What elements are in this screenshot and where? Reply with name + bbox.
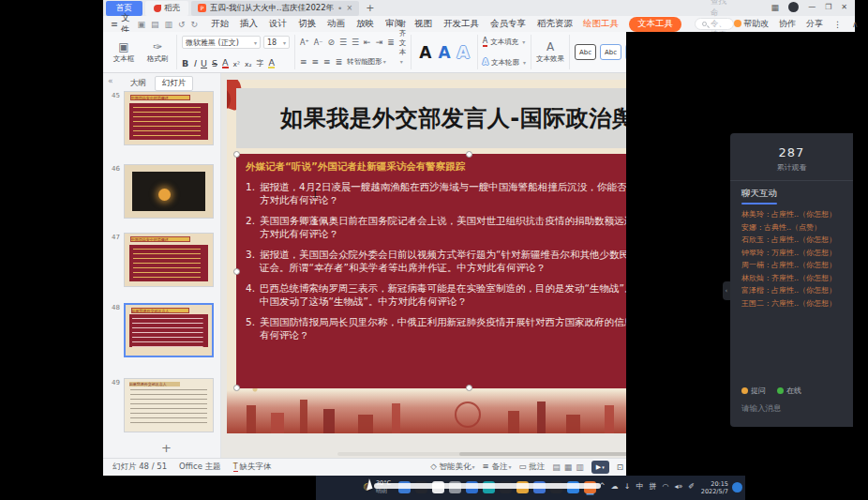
qat-icon-0[interactable]: ▣	[137, 20, 145, 29]
tray-icon-6[interactable]: ◂»	[674, 482, 682, 491]
close-button[interactable]: ✕	[841, 3, 847, 11]
view-mode-icon-0[interactable]: ▤	[552, 462, 561, 472]
selection-handle[interactable]	[233, 151, 240, 158]
text-fill-button[interactable]: A文本填充▾	[483, 36, 526, 48]
tray-icon-0[interactable]: ^	[599, 482, 606, 491]
slide-thumbnail-46[interactable]	[124, 164, 214, 219]
close-tab-icon[interactable]: ×	[346, 4, 352, 12]
superscript-button[interactable]: x²	[233, 60, 240, 68]
share-button[interactable]: 分享	[806, 18, 823, 30]
text-outline-button[interactable]: A文本轮廓▾	[483, 56, 526, 68]
tab-slides[interactable]: 幻灯片	[155, 76, 194, 91]
qat-icon-2[interactable]: ▥	[165, 20, 173, 29]
selection-handle[interactable]	[233, 268, 240, 275]
tray-icon-5[interactable]: ◠	[662, 482, 668, 491]
theme-name[interactable]: Office 主题	[179, 462, 221, 473]
to-smartart-button[interactable]: 转智能图形▾	[347, 57, 386, 67]
font-size-select[interactable]: 18▾	[263, 36, 290, 49]
tab-chat[interactable]: 聊天互动	[741, 188, 777, 200]
textbox-button[interactable]: ▣文本框	[110, 41, 138, 64]
menu-item-1[interactable]: 插入	[240, 18, 258, 30]
wordart-style-1[interactable]: A	[438, 43, 450, 62]
indent-button[interactable]: ⇥	[376, 38, 383, 47]
underline-button[interactable]: U	[201, 58, 207, 68]
legend-item-1[interactable]: 在线	[777, 386, 801, 396]
slide-thumbnail-49[interactable]: 如果我是外交部发言人	[124, 378, 214, 432]
tray-icon-4[interactable]: 拼	[649, 481, 656, 492]
highlight-button[interactable]: A	[268, 58, 275, 68]
wordart-preset-1[interactable]: Abc	[600, 44, 621, 60]
numbered-list-button[interactable]: ☰	[352, 38, 359, 47]
slide-thumbnail-47[interactable]: 中国周边安全环境概述	[124, 233, 214, 287]
menu-item-0[interactable]: 开始	[211, 18, 229, 30]
tab-outline[interactable]: 大纲	[130, 78, 146, 89]
qat-icon-3[interactable]: ↺	[178, 20, 186, 29]
outdent-button[interactable]: ⇤	[364, 38, 371, 47]
line-spacing-button[interactable]: ≣	[387, 38, 395, 47]
new-tab-button[interactable]: +	[366, 2, 374, 14]
slide-thumbnail-45[interactable]: 中国周边安全环境概述	[124, 91, 214, 145]
tray-icon-7[interactable]: ✐	[688, 482, 695, 491]
collapse-panel-icon[interactable]: «	[108, 76, 113, 85]
tab-docer[interactable]: 稻壳	[145, 1, 188, 16]
chat-input[interactable]: 请输入消息	[741, 403, 782, 415]
bullet-list-button[interactable]: ☰	[339, 38, 347, 47]
slide-thumbnail-48[interactable]: 如果我是外交部发言人	[124, 303, 214, 357]
minimize-button[interactable]: —	[808, 3, 816, 11]
maximize-button[interactable]: ❐	[825, 3, 831, 11]
bold-button[interactable]: B	[182, 58, 188, 68]
menu-item-9[interactable]: 会员专享	[490, 18, 526, 30]
menu-item-10[interactable]: 稻壳资源	[537, 18, 573, 30]
menu-draw-tools[interactable]: 绘图工具	[583, 18, 619, 30]
add-slide-button[interactable]: +	[161, 441, 172, 455]
clear-format-button[interactable]: ⊘	[327, 38, 335, 47]
tray-icon-1[interactable]: ☁	[611, 482, 619, 491]
qat-icon-1[interactable]: ▤	[151, 20, 159, 29]
view-mode-icon-2[interactable]: ▥	[576, 462, 584, 472]
collapse-ribbon-icon[interactable]: ∧	[852, 20, 859, 29]
menu-item-5[interactable]: 放映	[356, 18, 374, 30]
layout-grid-icon[interactable]: ▦	[771, 3, 780, 12]
wordart-style-2[interactable]: A	[457, 43, 470, 62]
collapse-panel-handle[interactable]: ‹	[723, 281, 730, 300]
tab-document[interactable]: P 五四-我们从大火中..吉庆佳2022年 • ×	[191, 1, 359, 16]
menu-item-7[interactable]: 视图	[414, 18, 432, 30]
menu-text-tools-active[interactable]: 文本工具	[629, 17, 681, 32]
italic-button[interactable]: I	[193, 58, 196, 68]
more-menu-icon[interactable]: ⋮	[833, 20, 842, 29]
increase-font-button[interactable]: A⁺	[300, 38, 309, 47]
beautify-button[interactable]: ◇ 智能美化▾	[430, 462, 474, 473]
font-name-select[interactable]: 微软雅黑 (正文)▾	[182, 36, 261, 49]
tray-icon-3[interactable]: 中	[636, 481, 643, 492]
menu-item-3[interactable]: 切换	[298, 18, 316, 30]
char-format-button[interactable]: 字	[256, 58, 263, 68]
menu-item-8[interactable]: 开发工具	[443, 18, 479, 30]
missing-font-warning[interactable]: T缺失字体	[233, 462, 272, 473]
format-painter-button[interactable]: ✑格式刷	[143, 41, 172, 64]
wordart-preset-0[interactable]: Abc	[575, 44, 596, 60]
fit-window-icon[interactable]: ⊡	[617, 462, 623, 472]
align-icon-2[interactable]: ≡	[323, 57, 331, 67]
menu-item-4[interactable]: 动画	[327, 18, 345, 30]
view-mode-icon-1[interactable]: ▦	[564, 462, 573, 472]
help-button[interactable]: 帮助改	[734, 18, 769, 30]
decrease-font-button[interactable]: A⁻	[314, 38, 323, 47]
wordart-style-0[interactable]: A	[419, 43, 431, 62]
clock[interactable]: 20:152022/5/7	[701, 480, 728, 495]
font-color-button[interactable]: A	[222, 58, 229, 68]
tray-icon-2[interactable]: ↓	[624, 482, 631, 491]
text-effect-button[interactable]: A文本效果	[536, 41, 564, 64]
align-icon-3[interactable]: ≣	[336, 57, 343, 67]
subscript-button[interactable]: x₂	[245, 60, 251, 68]
notification-badge[interactable]	[732, 482, 742, 492]
strikethrough-button[interactable]: S	[212, 58, 217, 68]
align-icon-0[interactable]: ≡	[300, 57, 307, 67]
legend-item-0[interactable]: 提问	[741, 386, 766, 396]
notes-button[interactable]: ≡ 备注▾	[483, 462, 512, 473]
menu-item-2[interactable]: 设计	[269, 18, 287, 30]
selection-handle[interactable]	[466, 151, 472, 158]
command-search-input[interactable]: 查找命令、搜索模板	[695, 18, 734, 30]
play-slideshow-button[interactable]: ▶▾	[591, 461, 609, 474]
comment-button[interactable]: ▭ 批注	[518, 462, 545, 473]
qat-icon-4[interactable]: ↻	[191, 20, 199, 29]
